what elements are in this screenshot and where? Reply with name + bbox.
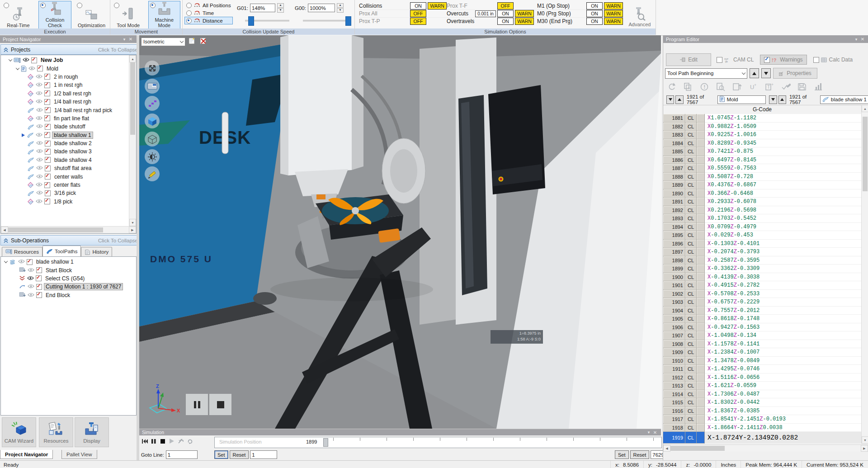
gcode-line-number[interactable]: 1890: [663, 189, 685, 198]
verify-icon[interactable]: [781, 82, 791, 93]
gcode-row[interactable]: 1888CLX0.5087Z-0.728: [663, 173, 861, 181]
range-end-set-button[interactable]: Set: [615, 450, 629, 459]
button-cam-wizard[interactable]: CAM Wizard: [2, 417, 36, 447]
sim-stop-button-2[interactable]: [159, 437, 167, 445]
enable-checkbox[interactable]: [44, 199, 50, 204]
program-name-field[interactable]: Mold: [717, 95, 766, 104]
movement-mode-machine-mode[interactable]: Machine Mode: [148, 1, 181, 29]
gcode-line-text[interactable]: X1.0745Z-1.1182: [705, 114, 861, 123]
gcode-line-number[interactable]: 1914: [663, 390, 685, 399]
sim-stop-button[interactable]: [209, 394, 231, 415]
gcode-row[interactable]: 1899CLX-0.3362Z-0.3309: [663, 265, 861, 273]
gcode-row[interactable]: 1903CLX-0.6757Z-0.2229: [663, 298, 861, 307]
tree-item-1-2-ball-rest-rgh[interactable]: 1/2 ball rest rgh: [1, 90, 129, 98]
gcode-line-number[interactable]: 1892: [663, 206, 685, 215]
panel-close-icon[interactable]: ✕: [127, 37, 134, 42]
tree-item-shutoff-flat-area[interactable]: shutoff flat area: [1, 164, 129, 172]
update-u-icon[interactable]: U+: [748, 82, 758, 93]
tree-item-2-in-rough[interactable]: 2 in rough: [1, 73, 129, 81]
gcode-line-number[interactable]: 1912: [663, 373, 685, 382]
panel-close-icon[interactable]: ✕: [652, 430, 658, 435]
gcode-line-number[interactable]: 1908: [663, 340, 685, 349]
enable-checkbox[interactable]: [27, 259, 33, 265]
visibility-eye-icon[interactable]: [27, 275, 34, 282]
gcode-row[interactable]: 1890CLX0.366Z-0.6468: [663, 189, 861, 198]
gcode-line-number[interactable]: 1918: [663, 424, 685, 432]
panel-close-icon[interactable]: ✕: [859, 37, 866, 42]
gcode-line-text[interactable]: X-0.7557Z-0.2012: [705, 307, 861, 315]
gcode-row[interactable]: 1895CLX-0.029Z-0.453: [663, 231, 861, 240]
tree-item-blade-shallow-2[interactable]: blade shallow 2: [1, 139, 129, 147]
tree-item-start-block[interactable]: Start Block: [1, 266, 135, 274]
toggle-m1-op-stop-warn[interactable]: WARN: [604, 2, 623, 9]
button-resources[interactable]: Resources: [39, 417, 73, 447]
toggle-prox-all-state[interactable]: OFF: [410, 10, 426, 17]
gcode-line-number[interactable]: 1903: [663, 298, 685, 307]
toggle-m0-prg-stop-warn[interactable]: WARN: [604, 10, 623, 17]
gcode-line-number[interactable]: 1911: [663, 365, 685, 373]
enable-checkbox[interactable]: [45, 157, 51, 163]
checkbox-box[interactable]: [813, 57, 819, 63]
visibility-eye-icon[interactable]: [28, 66, 35, 72]
gcode-row[interactable]: 1918CLX-1.8664Y-2.1411Z0.0038: [663, 424, 861, 432]
gcode-row[interactable]: 1910CLX-1.3478Z-0.0849: [663, 357, 861, 365]
enable-checkbox[interactable]: [45, 107, 51, 113]
visibility-eye-icon[interactable]: [36, 182, 42, 188]
gcode-vscrollbar[interactable]: ▲ ▼: [861, 105, 868, 444]
gcode-line-text[interactable]: X-0.2587Z-0.3595: [705, 256, 861, 265]
visibility-eye-icon[interactable]: [28, 292, 34, 298]
gcode-line-text[interactable]: X0.366Z-0.6468: [705, 189, 861, 198]
button-display[interactable]: Display: [75, 417, 109, 447]
visibility-eye-icon[interactable]: [36, 165, 43, 171]
gcode-row[interactable]: 1898CLX-0.2587Z-0.3595: [663, 256, 861, 265]
visibility-eye-icon[interactable]: [36, 140, 43, 147]
slider-thumb[interactable]: [323, 438, 328, 447]
gcode-row[interactable]: 1917CLX-1.8541Y-2.1451Z-0.0193: [663, 415, 861, 424]
range-end-reset-button[interactable]: Reset: [630, 450, 650, 459]
gcode-line-number[interactable]: 1881: [663, 114, 685, 123]
toolpath-name-field[interactable]: blade shallow 1: [820, 95, 868, 104]
visibility-eye-icon[interactable]: [18, 259, 25, 265]
tree-item-blade-shutoff[interactable]: blade shutoff: [1, 123, 129, 131]
enable-checkbox[interactable]: [45, 165, 51, 171]
gcode-line-number[interactable]: 1902: [663, 290, 685, 298]
enable-checkbox[interactable]: [45, 190, 51, 196]
tree-item-1-4-ball-rest-rgh-rad-pick[interactable]: 1/4 ball rest rgh rad pick: [1, 106, 129, 114]
enable-checkbox[interactable]: [44, 90, 50, 96]
toggle-m1-op-stop-state[interactable]: ON: [586, 2, 603, 9]
gcode-line-number[interactable]: 1893: [663, 214, 685, 223]
properties-button[interactable]: Properties: [773, 68, 817, 79]
gcode-line-number[interactable]: 1883: [663, 131, 685, 139]
gcode-line-text[interactable]: X-0.029Z-0.453: [705, 231, 861, 240]
toggle-collisions-warn[interactable]: WARN: [428, 2, 447, 9]
toggle-overtravels-warn[interactable]: WARN: [515, 18, 534, 25]
gcode-line-number[interactable]: 1909: [663, 348, 685, 357]
program-next-button[interactable]: [675, 95, 683, 104]
brightness-button[interactable]: [145, 149, 160, 164]
pan-view-button[interactable]: [145, 61, 160, 76]
gcode-line-number[interactable]: 1900: [663, 273, 685, 282]
gcode-row[interactable]: 1900CLX-0.4139Z-0.3038: [663, 273, 861, 282]
tree-item-select-cs-g54[interactable]: Select CS (G54): [1, 274, 135, 283]
tree-item-mold[interactable]: Mold: [1, 64, 129, 72]
enable-checkbox[interactable]: [44, 182, 50, 188]
execution-mode-collision-check[interactable]: Collision Check: [38, 1, 71, 29]
gcode-line-number[interactable]: 1915: [663, 398, 685, 407]
sim-pause-button-2[interactable]: [150, 437, 158, 445]
gcode-row[interactable]: 1919CLX-1.8724Y-2.1349Z0.0282: [663, 432, 861, 444]
gcode-line-text[interactable]: X-1.1578Z-0.1141: [705, 340, 861, 349]
gcode-row[interactable]: 1907CLX-1.0498Z-0.134: [663, 331, 861, 340]
visibility-eye-icon[interactable]: [36, 199, 42, 205]
gcode-line-number[interactable]: 1916: [663, 407, 685, 416]
toggle-overcuts-warn[interactable]: WARN: [515, 10, 534, 17]
g01-feed-input[interactable]: 148%: [250, 4, 275, 12]
simulation-position-slider[interactable]: Simulation Position 1899: [214, 437, 662, 448]
gcode-row[interactable]: 1884CLX0.8289Z-0.9345: [663, 139, 861, 148]
gcode-line-number[interactable]: 1896: [663, 240, 685, 248]
delete-view-icon[interactable]: [199, 37, 208, 46]
toggle-overtravels-state[interactable]: ON: [497, 18, 514, 25]
gcode-row[interactable]: 1894CLX0.0709Z-0.4979: [663, 223, 861, 232]
visibility-eye-icon[interactable]: [36, 82, 42, 88]
tree-item-blade-shallow-3[interactable]: blade shallow 3: [1, 147, 129, 156]
gcode-position-dropdown[interactable]: Tool Path Beginning: [665, 68, 747, 79]
